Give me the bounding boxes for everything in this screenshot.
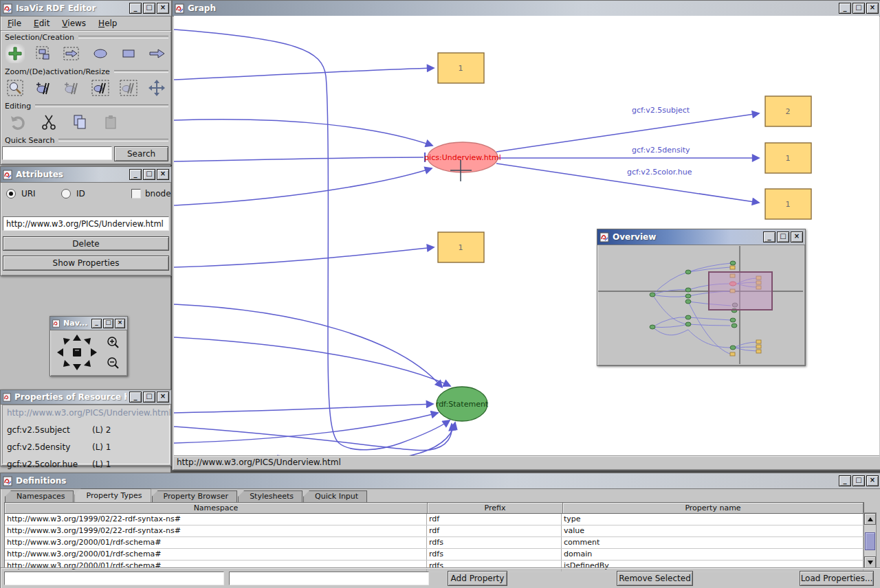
maximize-button[interactable]: □ xyxy=(143,3,155,14)
column-header-namespace[interactable]: Namespace xyxy=(5,503,428,513)
copy-button[interactable] xyxy=(70,113,89,132)
move-resize-tool[interactable] xyxy=(147,78,166,98)
property-row[interactable]: gcf:v2.5subject (L) 2 xyxy=(3,422,169,438)
add-property-button[interactable]: Add Property xyxy=(448,571,507,586)
uri-radio[interactable] xyxy=(6,189,16,199)
graph-titlebar[interactable]: Graph _ □ × xyxy=(173,1,880,16)
close-button[interactable]: × xyxy=(157,169,169,180)
nav-pad[interactable] xyxy=(52,332,124,374)
menu-views[interactable]: Views xyxy=(62,19,86,28)
graph-canvas[interactable]: gcf:v2.5subject gcf:v2.5density gcf:v2.5… xyxy=(174,16,879,455)
zoom-region-tool[interactable] xyxy=(6,78,25,98)
literal-node[interactable]: 1 xyxy=(765,189,811,219)
table-vertical-scrollbar[interactable] xyxy=(864,512,877,569)
pan-up-left-arrow[interactable] xyxy=(63,338,70,345)
quick-search-input[interactable] xyxy=(2,146,112,160)
minimize-button[interactable]: _ xyxy=(129,392,142,403)
arrow-tool[interactable] xyxy=(147,44,166,63)
maximize-button[interactable]: □ xyxy=(852,3,865,14)
minimize-button[interactable]: _ xyxy=(839,3,851,14)
minimize-button[interactable]: _ xyxy=(129,169,142,180)
property-row[interactable]: gcf:v2.5density (L) 1 xyxy=(3,440,169,455)
table-row[interactable]: http://www.w3.org/1999/02/22-rdf-syntax-… xyxy=(5,514,864,525)
activate-link-tool[interactable] xyxy=(34,78,53,98)
close-button[interactable]: × xyxy=(866,3,879,14)
overview-titlebar[interactable]: Overview _ □ × xyxy=(597,229,805,245)
load-properties-button[interactable]: Load Properties... xyxy=(800,571,874,586)
resource-node[interactable]: pics:Underview.html xyxy=(424,142,501,172)
close-button[interactable]: × xyxy=(866,475,879,486)
id-radio[interactable] xyxy=(61,189,71,199)
pan-down-right-arrow[interactable] xyxy=(84,360,91,367)
table-row[interactable]: http://www.w3.org/2000/01/rdf-schema# rd… xyxy=(5,549,864,561)
maximize-button[interactable]: □ xyxy=(103,319,113,328)
nav-titlebar[interactable]: Nav... _ □ × xyxy=(50,317,127,330)
pan-left-arrow[interactable] xyxy=(57,348,63,357)
show-properties-button[interactable]: Show Properties xyxy=(3,256,169,271)
new-namespace-input[interactable] xyxy=(4,572,224,585)
create-resource-tool[interactable] xyxy=(6,44,25,63)
close-button[interactable]: × xyxy=(157,392,169,403)
pan-down-arrow[interactable] xyxy=(73,364,81,370)
activate-region-tool[interactable] xyxy=(91,78,110,98)
cut-button[interactable] xyxy=(39,113,58,132)
delete-button[interactable]: Delete xyxy=(3,236,169,251)
pan-up-right-arrow[interactable] xyxy=(84,338,91,345)
rectangle-tool[interactable] xyxy=(119,44,138,63)
select-arrow-tool[interactable] xyxy=(62,44,81,63)
select-region-tool[interactable] xyxy=(34,44,53,63)
literal-node[interactable]: 2 xyxy=(765,96,811,126)
maximize-button[interactable]: □ xyxy=(852,475,865,486)
ellipse-tool[interactable] xyxy=(91,44,110,63)
table-row[interactable]: http://www.w3.org/1999/02/22-rdf-syntax-… xyxy=(5,525,864,537)
literal-node[interactable]: 1 xyxy=(765,143,811,173)
table-row[interactable]: http://www.w3.org/2000/01/rdf-schema# rd… xyxy=(5,537,864,549)
minimize-button[interactable]: _ xyxy=(763,231,776,242)
maximize-button[interactable]: □ xyxy=(143,392,155,403)
new-property-input[interactable] xyxy=(229,572,429,585)
menu-edit[interactable]: Edit xyxy=(34,19,50,28)
literal-node[interactable]: 1 xyxy=(438,232,484,262)
definitions-titlebar[interactable]: Definitions _ □ × xyxy=(1,473,880,489)
search-button[interactable]: Search xyxy=(114,146,168,161)
maximize-button[interactable]: □ xyxy=(777,231,789,242)
scroll-up-button[interactable] xyxy=(864,513,876,525)
editor-titlebar[interactable]: IsaViz RDF Editor _ □ × xyxy=(1,1,171,16)
minimize-button[interactable]: _ xyxy=(129,3,142,14)
statement-node[interactable]: rdf:Statement xyxy=(436,387,489,421)
attributes-titlebar[interactable]: Attributes _ □ × xyxy=(1,167,171,183)
property-row[interactable]: gcf:v2.5color.hue (L) 1 xyxy=(3,457,169,472)
zoom-out-button[interactable] xyxy=(108,358,118,368)
deactivate-link-tool[interactable] xyxy=(62,78,81,98)
uri-input[interactable] xyxy=(3,216,169,231)
zoom-in-button[interactable] xyxy=(108,337,118,348)
minimize-button[interactable]: _ xyxy=(91,319,102,328)
pan-right-arrow[interactable] xyxy=(91,348,97,357)
tab-stylesheets[interactable]: Stylesheets xyxy=(238,490,302,502)
tab-namespaces[interactable]: Namespaces xyxy=(5,490,74,502)
scroll-down-button[interactable] xyxy=(864,556,876,568)
undo-button[interactable] xyxy=(8,113,28,132)
deactivate-region-tool[interactable] xyxy=(119,78,138,98)
literal-node[interactable]: 1 xyxy=(438,53,484,83)
tab-property-browser[interactable]: Property Browser xyxy=(152,490,238,502)
column-header-property-name[interactable]: Property name xyxy=(563,503,864,513)
close-button[interactable]: × xyxy=(791,231,803,242)
column-header-prefix[interactable]: Prefix xyxy=(428,503,563,513)
bnode-checkbox[interactable] xyxy=(131,189,141,199)
close-button[interactable]: × xyxy=(157,3,169,14)
pan-down-left-arrow[interactable] xyxy=(63,360,70,367)
tab-property-types[interactable]: Property Types xyxy=(74,488,151,502)
remove-selected-button[interactable]: Remove Selected xyxy=(617,571,693,586)
overview-minimap[interactable] xyxy=(598,246,803,364)
paste-button[interactable] xyxy=(101,113,120,132)
scrollbar-thumb[interactable] xyxy=(865,532,875,550)
tab-quick-input[interactable]: Quick Input xyxy=(303,490,367,502)
center-view-button[interactable] xyxy=(73,348,81,357)
resource-properties-titlebar[interactable]: Properties of Resource http:... _ □ × xyxy=(1,390,171,405)
pan-up-arrow[interactable] xyxy=(73,335,81,341)
close-button[interactable]: × xyxy=(115,319,125,328)
minimize-button[interactable]: _ xyxy=(839,475,851,486)
maximize-button[interactable]: □ xyxy=(143,169,155,180)
menu-file[interactable]: File xyxy=(8,19,21,28)
